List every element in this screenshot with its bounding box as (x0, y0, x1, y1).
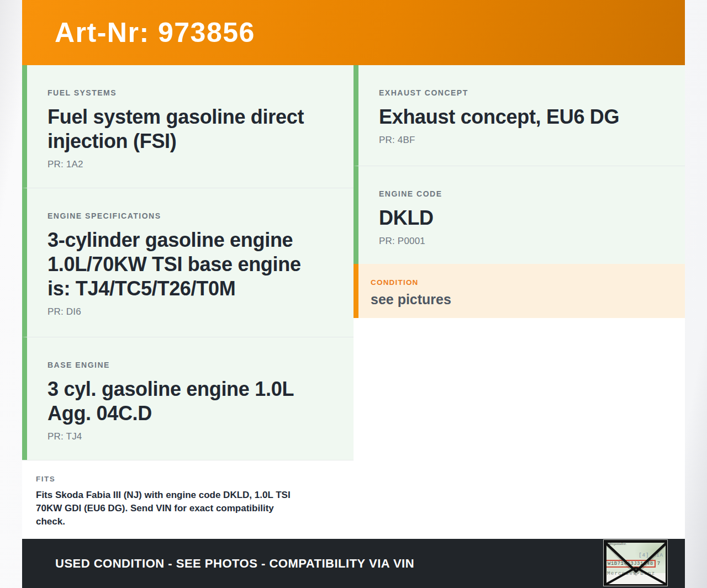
card-title: Fuel system gasoline direct injection (F… (48, 105, 326, 153)
card-exhaust-concept: EXHAUST CONCEPT Exhaust concept, EU6 DG … (354, 65, 685, 166)
left-column: FUEL SYSTEMS Fuel system gasoline direct… (22, 65, 354, 539)
empty-area (354, 318, 685, 539)
footer-text: USED CONDITION - SEE PHOTOS - COMPATIBIL… (55, 557, 414, 571)
card-label: BASE ENGINE (48, 361, 326, 369)
card-title: Exhaust concept, EU6 DG (379, 105, 657, 129)
article-number-title: Art-Nr: 973856 (55, 17, 255, 49)
card-label: ENGINE SPECIFICATIONS (48, 211, 326, 220)
condition-value: see pictures (371, 291, 649, 308)
envelope-icon (604, 540, 668, 586)
right-column: EXHAUST CONCEPT Exhaust concept, EU6 DG … (354, 65, 685, 539)
listing-page: Art-Nr: 973856 FUEL SYSTEMS Fuel system … (22, 0, 685, 588)
pr-code: PR: 1A2 (48, 159, 326, 170)
card-engine-code: ENGINE CODE DKLD PR: P0001 (354, 166, 685, 264)
card-label: CONDITION (371, 278, 668, 287)
card-fuel-systems: FUEL SYSTEMS Fuel system gasoline direct… (22, 65, 354, 188)
fits-description: Fits Skoda Fabia III (NJ) with engine co… (36, 489, 301, 528)
article-header: Art-Nr: 973856 (22, 0, 685, 65)
card-label: FUEL SYSTEMS (48, 88, 326, 97)
card-title: 3-cylinder gasoline engine 1.0L/70KW TSI… (48, 228, 326, 301)
card-label: ENGINE CODE (379, 189, 657, 198)
footer-banner: USED CONDITION - SEE PHOTOS - COMPATIBIL… (22, 539, 685, 588)
pr-code: PR: 4BF (379, 135, 657, 146)
card-label: EXHAUST CONCEPT (379, 88, 657, 97)
card-engine-specifications: ENGINE SPECIFICATIONS 3-cylinder gasolin… (22, 188, 354, 337)
card-label: FITS (36, 475, 337, 483)
pr-code: PR: DI6 (48, 306, 326, 317)
spec-card-grid: FUEL SYSTEMS Fuel system gasoline direct… (22, 65, 685, 539)
card-condition: CONDITION see pictures (354, 264, 685, 318)
registration-document-photo: Fahrgestellnr. [4] AiA W1B71463J31248 7 … (603, 539, 668, 586)
pr-code: PR: P0001 (379, 236, 657, 247)
card-title: 3 cyl. gasoline engine 1.0L Agg. 04C.D (48, 377, 326, 426)
card-fits: FITS Fits Skoda Fabia III (NJ) with engi… (22, 460, 354, 539)
engine-code-value: DKLD (379, 206, 657, 230)
card-base-engine: BASE ENGINE 3 cyl. gasoline engine 1.0L … (22, 337, 354, 460)
pr-code: PR: TJ4 (48, 431, 326, 442)
